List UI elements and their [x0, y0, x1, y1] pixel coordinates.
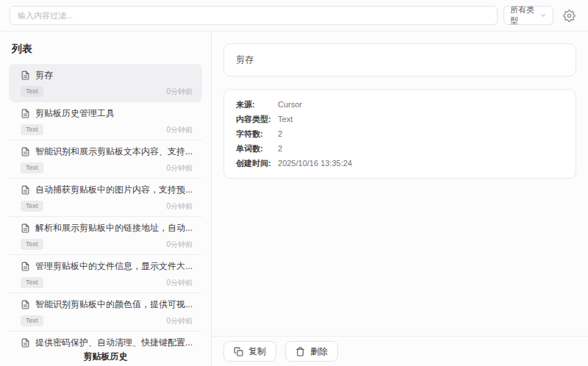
app-title: 剪贴板历史 [84, 351, 128, 363]
item-title-row: 剪存 [21, 69, 193, 82]
metadata-card: 来源: Cursor 内容类型: Text 字符数: 2 单词数: [223, 89, 576, 179]
clipboard-list: 剪存 Text 0分钟前 剪贴板历史管理工具 [0, 64, 211, 366]
metadata-value: 2025/10/16 13:35:24 [278, 159, 352, 168]
list-item[interactable]: 解析和展示剪贴板中的链接地址，自动... Text 0分钟前 [9, 217, 202, 255]
copy-button[interactable]: 复制 [223, 341, 276, 362]
sidebar: 列表 剪存 Text 0分钟前 [0, 32, 212, 366]
item-title: 智能识别剪贴板中的颜色值，提供可视... [35, 298, 193, 311]
clipboard-app: 所有类型 列表 剪存 [0, 0, 588, 366]
actions-bar: 复制 删除 [212, 336, 588, 366]
copy-icon [234, 347, 243, 356]
list-item[interactable]: 剪存 Text 0分钟前 [9, 64, 202, 102]
document-icon [21, 262, 30, 271]
metadata-label: 来源: [236, 99, 278, 110]
item-meta-row: Text 0分钟前 [21, 277, 193, 288]
list-item[interactable]: 剪贴板历史管理工具 Text 0分钟前 [9, 102, 202, 140]
metadata-label: 单词数: [236, 143, 278, 154]
item-timestamp: 0分钟前 [166, 316, 193, 326]
item-timestamp: 0分钟前 [166, 125, 193, 135]
item-meta-row: Text 0分钟前 [21, 239, 193, 250]
item-title: 剪贴板历史管理工具 [35, 107, 115, 120]
item-meta-row: Text 0分钟前 [21, 315, 193, 326]
metadata-value: 2 [278, 144, 282, 153]
list-item[interactable]: 智能识别和展示剪贴板文本内容、支持... Text 0分钟前 [9, 140, 202, 179]
delete-button[interactable]: 删除 [285, 341, 338, 362]
document-icon [21, 300, 30, 309]
item-title-row: 自动捕获剪贴板中的图片内容，支持预... [21, 184, 193, 196]
type-badge: Text [21, 239, 43, 250]
content-text: 剪存 [236, 54, 254, 66]
item-timestamp: 0分钟前 [166, 278, 193, 288]
metadata-label: 内容类型: [236, 114, 278, 125]
list-item[interactable]: 自动捕获剪贴板中的图片内容，支持预... Text 0分钟前 [9, 179, 202, 217]
metadata-row: 来源: Cursor [236, 97, 564, 112]
metadata-label: 创建时间: [236, 158, 278, 169]
type-filter-value: 所有类型 [510, 4, 539, 26]
metadata-label: 字符数: [236, 129, 278, 140]
item-title: 管理剪贴板中的文件信息，显示文件大... [35, 260, 193, 273]
delete-button-label: 删除 [310, 345, 328, 358]
document-icon [21, 147, 30, 157]
item-title: 智能识别和展示剪贴板文本内容、支持... [35, 146, 193, 158]
item-meta-row: Text 0分钟前 [21, 124, 193, 135]
trash-icon [295, 347, 305, 356]
document-icon [21, 71, 30, 80]
main-area: 列表 剪存 Text 0分钟前 [0, 32, 588, 366]
metadata-row: 创建时间: 2025/10/16 13:35:24 [236, 156, 564, 171]
item-title-row: 智能识别剪贴板中的颜色值，提供可视... [21, 298, 193, 311]
metadata-row: 内容类型: Text [236, 112, 564, 126]
sidebar-title: 列表 [12, 43, 199, 56]
chevron-down-icon [539, 12, 547, 19]
item-title: 自动捕获剪贴板中的图片内容，支持预... [35, 184, 193, 196]
content-card: 剪存 [223, 43, 576, 76]
copy-button-label: 复制 [248, 345, 266, 358]
item-timestamp: 0分钟前 [166, 240, 193, 250]
settings-button[interactable] [559, 6, 578, 25]
document-icon [21, 109, 30, 118]
filter-input[interactable] [10, 6, 498, 25]
topbar: 所有类型 [0, 0, 588, 32]
item-timestamp: 0分钟前 [166, 87, 193, 97]
item-title-row: 解析和展示剪贴板中的链接地址，自动... [21, 222, 193, 234]
item-title-row: 剪贴板历史管理工具 [21, 107, 193, 120]
type-badge: Text [21, 315, 43, 326]
item-title-row: 智能识别和展示剪贴板文本内容、支持... [21, 146, 193, 158]
metadata-value: 2 [278, 129, 282, 138]
list-item[interactable]: 智能识别剪贴板中的颜色值，提供可视... Text 0分钟前 [9, 293, 202, 331]
document-icon [21, 223, 30, 233]
metadata-row: 单词数: 2 [236, 141, 564, 156]
item-title: 剪存 [35, 69, 53, 82]
item-meta-row: Text 0分钟前 [21, 86, 193, 97]
type-badge: Text [21, 86, 43, 97]
document-icon [21, 185, 30, 195]
type-badge: Text [21, 124, 43, 135]
item-timestamp: 0分钟前 [166, 201, 193, 212]
type-filter-dropdown[interactable]: 所有类型 [503, 6, 553, 25]
type-badge: Text [21, 201, 43, 212]
item-title-row: 管理剪贴板中的文件信息，显示文件大... [21, 260, 193, 273]
sidebar-footer: 剪贴板历史 [0, 348, 211, 366]
metadata-value: Cursor [278, 100, 302, 109]
item-meta-row: Text 0分钟前 [21, 162, 193, 173]
item-meta-row: Text 0分钟前 [21, 201, 193, 212]
item-timestamp: 0分钟前 [166, 163, 193, 173]
item-title: 解析和展示剪贴板中的链接地址，自动... [35, 222, 193, 234]
metadata-value: Text [278, 115, 293, 123]
type-badge: Text [21, 162, 43, 173]
list-item[interactable]: 管理剪贴板中的文件信息，显示文件大... Text 0分钟前 [9, 255, 202, 293]
metadata-row: 字符数: 2 [236, 126, 564, 141]
detail-panel: 剪存 来源: Cursor 内容类型: Text 字符数: [212, 32, 588, 366]
document-icon [21, 338, 30, 348]
type-badge: Text [21, 277, 43, 288]
gear-icon [563, 10, 576, 22]
